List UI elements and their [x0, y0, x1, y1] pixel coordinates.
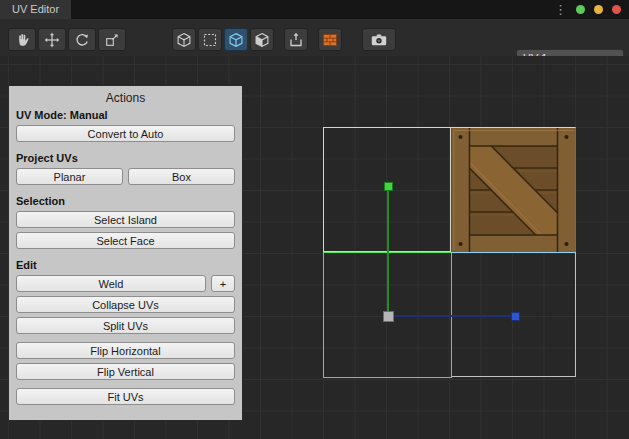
rotate-tool-button[interactable]: [68, 28, 96, 51]
wooden-crate-texture: [451, 128, 575, 252]
uv-quad-texture-crate[interactable]: [451, 127, 576, 252]
project-uvs-label: Project UVs: [9, 152, 242, 164]
cube-icon: [176, 32, 192, 48]
collapse-uvs-button[interactable]: Collapse UVs: [16, 296, 235, 313]
rect-select-mode-button[interactable]: [198, 28, 222, 51]
gizmo-y-axis-line: [387, 186, 389, 316]
convert-to-auto-button[interactable]: Convert to Auto: [16, 125, 235, 142]
select-face-button[interactable]: Select Face: [16, 232, 235, 249]
camera-icon: [370, 32, 388, 48]
cube-blue-icon: [228, 32, 244, 48]
panel-title: Actions: [9, 86, 242, 105]
title-bar: UV Editor ⋮: [0, 0, 629, 19]
cube-face-icon: [254, 32, 270, 48]
project-uvs-row: Planar Box: [16, 168, 235, 185]
move-tool-button[interactable]: [38, 28, 66, 51]
weld-button[interactable]: Weld: [16, 275, 206, 292]
face-mode-button[interactable]: [250, 28, 274, 51]
actions-panel: Actions UV Mode: Manual Convert to Auto …: [8, 85, 243, 421]
object-mode-button[interactable]: [172, 28, 196, 51]
split-uvs-button[interactable]: Split UVs: [16, 317, 235, 334]
scale-icon: [104, 32, 120, 48]
gizmo-pivot-handle[interactable]: [383, 311, 394, 322]
red-circle-icon[interactable]: [612, 5, 621, 14]
planar-button[interactable]: Planar: [16, 168, 123, 185]
hand-icon: [14, 32, 30, 48]
shared-edge-highlight: [451, 252, 576, 253]
upload-box-icon: [288, 32, 304, 48]
gizmo-y-handle[interactable]: [384, 182, 393, 191]
fit-uvs-button[interactable]: Fit UVs: [16, 388, 235, 405]
select-island-button[interactable]: Select Island: [16, 211, 235, 228]
bricks-icon: [322, 32, 338, 48]
edge-mode-button[interactable]: [224, 28, 248, 51]
edit-label: Edit: [9, 259, 242, 271]
project-uvs-button[interactable]: [284, 28, 308, 51]
screenshot-group: [362, 28, 396, 51]
rotate-icon: [74, 32, 90, 48]
flip-vertical-button[interactable]: Flip Vertical: [16, 363, 235, 380]
pan-tool-button[interactable]: [8, 28, 36, 51]
move-icon: [44, 32, 60, 48]
gizmo-x-axis-line: [390, 315, 512, 317]
tab-uv-editor[interactable]: UV Editor: [0, 0, 71, 19]
project-uvs-group: [284, 28, 308, 51]
scale-tool-button[interactable]: [98, 28, 126, 51]
gizmo-x-handle[interactable]: [511, 312, 520, 321]
green-circle-icon[interactable]: [576, 5, 585, 14]
uv-mode-label: UV Mode: Manual: [9, 109, 242, 121]
toolbar: UV 1 ▾: [0, 19, 629, 56]
menu-dots-icon[interactable]: ⋮: [554, 0, 567, 19]
texture-preview-button[interactable]: [318, 28, 342, 51]
texture-preview-group: [318, 28, 342, 51]
box-button[interactable]: Box: [128, 168, 235, 185]
flip-horizontal-button[interactable]: Flip Horizontal: [16, 342, 235, 359]
weld-options-button[interactable]: +: [211, 275, 235, 292]
yellow-circle-icon[interactable]: [594, 5, 603, 14]
selection-mode-group: [172, 28, 274, 51]
weld-row: Weld +: [16, 275, 235, 292]
screenshot-button[interactable]: [362, 28, 396, 51]
dashed-rect-icon: [202, 32, 218, 48]
selection-label: Selection: [9, 195, 242, 207]
window-controls: ⋮: [554, 0, 621, 19]
transform-tool-group: [8, 28, 126, 51]
